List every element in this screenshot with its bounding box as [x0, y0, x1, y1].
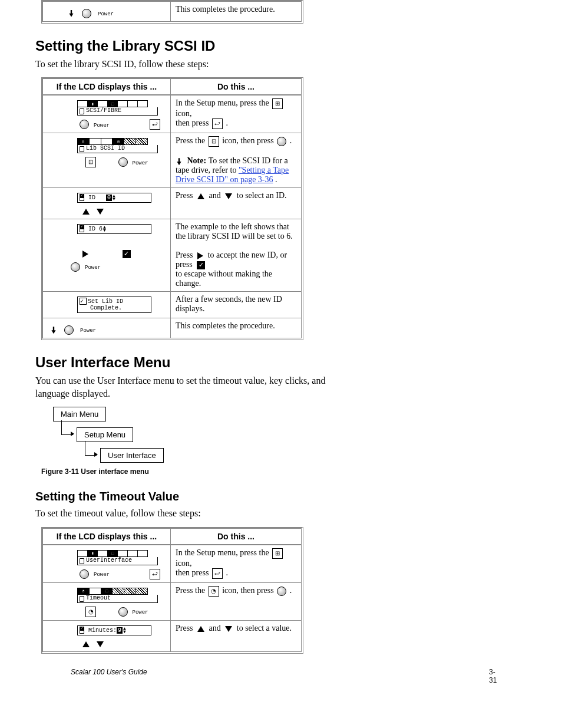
library-icon: ⊡ — [209, 136, 219, 147]
table-row: ✎▮◇⬚⊞⊘▶ UserInterface Power ⮐ In the Set… — [43, 545, 301, 582]
timeout-procedure-table: If the LCD displays this ... Do this ...… — [41, 527, 303, 654]
previous-table-tail: Power This completes the procedure. — [41, 0, 303, 24]
table-header-right: Do this ... — [171, 79, 301, 95]
lcd-screen-timeout: ◔⊡⬚ Timeout — [77, 588, 166, 603]
table-header-left: If the LCD displays this ... — [43, 529, 171, 545]
globe-icon — [277, 137, 286, 146]
globe-icon — [118, 157, 128, 167]
prev-tail-left: Power — [43, 2, 171, 21]
subsection-intro-timeout: To set the timeout value, follow these s… — [35, 507, 527, 520]
power-label: Power — [80, 328, 96, 334]
lcd-screen-minutes: ✓ Minutes:9▲▼ — [77, 625, 166, 635]
lcd-screen-id-6: ✓ ID 6▲▼ — [77, 224, 166, 234]
scsi-procedure-table: If the LCD displays this ... Do this ...… — [41, 77, 303, 340]
enter-icon: ⮐ — [150, 569, 160, 579]
right-arrow-icon — [82, 251, 88, 258]
power-label: Power — [94, 123, 110, 129]
globe-icon — [82, 9, 91, 18]
enter-icon: ⮐ — [150, 119, 160, 130]
menu-diagram: Main Menu Setup Menu User Interface — [53, 407, 527, 463]
right-arrow-icon — [197, 252, 203, 259]
section-title-scsi-id: Setting the Library SCSI ID — [35, 38, 527, 54]
arrow-down-icon — [68, 10, 75, 17]
page-number: 3-31 — [489, 668, 497, 684]
lcd-screen-id-select: ✓ ID 0▲▼ — [77, 193, 166, 203]
globe-icon — [80, 569, 89, 579]
check-icon: ✓ — [123, 250, 131, 258]
ui-icon: ⊞ — [272, 548, 283, 559]
table-row: ✓ Minutes:9▲▼ Press and to select a valu… — [43, 620, 301, 651]
library-icon: ⊡ — [85, 157, 96, 167]
note-icon — [176, 158, 183, 165]
arrow-down-icon — [50, 327, 57, 334]
enter-icon: ⮐ — [212, 568, 223, 579]
check-icon: ✓ — [197, 261, 205, 269]
globe-icon — [277, 587, 286, 596]
down-arrow-icon — [225, 193, 232, 199]
up-arrow-icon — [197, 193, 204, 199]
globe-icon — [80, 120, 89, 129]
table-row: ✓Set Lib ID Complete. After a few second… — [43, 291, 301, 318]
menu-box-setup: Setup Menu — [77, 427, 133, 442]
doc-title: Scalar 100 User's Guide — [71, 668, 365, 676]
menu-box-main: Main Menu — [53, 407, 106, 421]
document-page: Power This completes the procedure. Sett… — [0, 0, 562, 686]
globe-icon — [118, 607, 128, 617]
globe-icon — [71, 262, 80, 272]
down-arrow-icon — [97, 641, 104, 647]
table-row: ✓ ID 6▲▼ ✓ Power The example to the left… — [43, 219, 301, 291]
lcd-screen-scsi-fibre: ✎▮◇⬚⊞⊘▶ SCSI/FIBRE — [77, 100, 166, 116]
menu-box-ui: User Interface — [100, 448, 164, 463]
figure-caption: Figure 3-11 User interface menu — [41, 467, 527, 476]
down-arrow-icon — [97, 209, 104, 215]
section-intro-ui-menu: You can use the User Interface menu to s… — [35, 374, 527, 400]
scsi-icon: ⊞ — [272, 98, 283, 109]
up-arrow-icon — [197, 626, 204, 632]
prev-tail-right: This completes the procedure. — [171, 2, 301, 21]
lcd-screen-lib-scsi-id: ⊡⊡⬚⊟ Lib SCSI ID — [77, 138, 166, 153]
lcd-screen-userinterface: ✎▮◇⬚⊞⊘▶ UserInterface — [77, 550, 166, 565]
table-header-left: If the LCD displays this ... — [43, 79, 171, 95]
power-label: Power — [98, 11, 114, 17]
table-row: ✎▮◇⬚⊞⊘▶ SCSI/FIBRE Power ⮐ In the Setup … — [43, 95, 301, 133]
clock-icon: ◔ — [85, 607, 96, 617]
globe-icon — [64, 325, 74, 335]
section-title-ui-menu: User Interface Menu — [35, 354, 527, 371]
table-row: ✓ ID 0▲▼ Press and to select an ID. — [43, 187, 301, 219]
table-row: ◔⊡⬚ Timeout ◔ Power Press the ◔ icon, th… — [43, 582, 301, 620]
clock-icon: ◔ — [209, 586, 219, 597]
table-header-right: Do this ... — [171, 529, 301, 545]
table-row: ⊡⊡⬚⊟ Lib SCSI ID ⊡ Power Press the ⊡ ico… — [43, 133, 301, 187]
down-arrow-icon — [225, 626, 232, 632]
table-row: Power This completes the procedure. — [43, 318, 301, 338]
subsection-title-timeout: Setting the Timeout Value — [35, 490, 527, 503]
enter-icon: ⮐ — [212, 118, 223, 129]
lcd-screen-complete: ✓Set Lib ID Complete. — [77, 297, 166, 313]
up-arrow-icon — [82, 209, 90, 215]
up-arrow-icon — [82, 641, 90, 647]
section-intro-scsi-id: To set the library SCSI ID, follow these… — [35, 58, 527, 71]
